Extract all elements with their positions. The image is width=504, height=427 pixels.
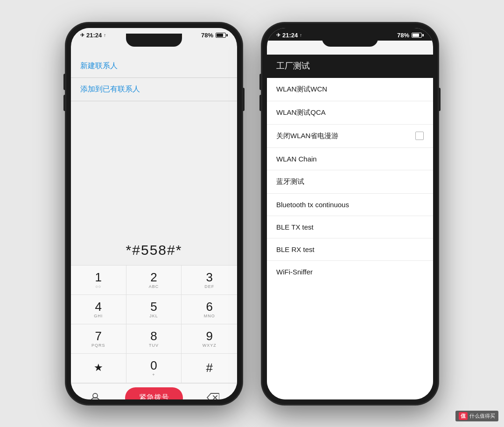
menu-item-ble-tx[interactable]: BLE TX test (267, 216, 433, 238)
left-phone: ✈ 21:24 ↑ 78% 新建联系人 添加到已有联系人 (65, 22, 243, 405)
right-phone: ✈ 21:24 ↑ 78% 工厂测试 WLAN测试WCN (261, 22, 439, 405)
volume-up-button[interactable] (63, 74, 65, 90)
volume-down-button[interactable] (63, 95, 65, 111)
key-9[interactable]: 9 WXYZ (182, 324, 237, 354)
airplane-icon-right: ✈ (276, 32, 280, 38)
factory-test-header: 工厂测试 (267, 55, 433, 78)
upload-icon: ↑ (104, 33, 106, 38)
key-3[interactable]: 3 DEF (182, 266, 237, 295)
emergency-call-button[interactable]: 紧急拨号 (125, 387, 183, 399)
status-left: ✈ 21:24 ↑ (80, 32, 106, 39)
watermark: 值 什么值得买 (455, 411, 498, 421)
watermark-icon: 值 (459, 412, 468, 420)
volume-up-button-right[interactable] (259, 74, 261, 90)
spacer (71, 101, 237, 233)
notch (126, 34, 182, 47)
key-star[interactable]: ★ (71, 354, 126, 383)
add-to-existing-button[interactable]: 添加到已有联系人 (71, 78, 237, 101)
key-6[interactable]: 6 MNO (182, 295, 237, 324)
key-0[interactable]: 0 + (126, 354, 182, 383)
dialer-grid: 1 ○○ 2 ABC 3 DEF 4 GHI 5 JKL (71, 265, 237, 383)
battery-percent-right: 78% (397, 32, 409, 39)
menu-item-wlan-qca[interactable]: WLAN测试QCA (267, 101, 433, 125)
left-phone-screen: ✈ 21:24 ↑ 78% 新建联系人 添加到已有联系人 (71, 28, 237, 399)
power-button[interactable] (243, 88, 245, 111)
status-left-right: ✈ 21:24 ↑ (276, 32, 302, 39)
status-right: 78% (201, 32, 228, 39)
key-7[interactable]: 7 PQRS (71, 324, 126, 354)
airplane-icon: ✈ (80, 32, 84, 38)
menu-item-ble-rx[interactable]: BLE RX test (267, 238, 433, 261)
power-button-right[interactable] (439, 88, 441, 111)
battery-icon-right (412, 33, 424, 38)
notch-right (322, 34, 378, 47)
backspace-icon-button[interactable] (203, 387, 223, 399)
battery-icon (216, 33, 228, 38)
checkbox-close-wlan[interactable] (415, 132, 424, 140)
watermark-text: 什么值得买 (469, 413, 495, 420)
status-right-right: 78% (397, 32, 424, 39)
dialer-display: *#558#* (71, 233, 237, 265)
key-1[interactable]: 1 ○○ (71, 266, 126, 295)
contacts-icon-button[interactable] (85, 387, 105, 399)
menu-list: WLAN测试WCN WLAN测试QCA 关闭WLAN省电漫游 WLAN Chai… (267, 78, 433, 399)
right-phone-screen: ✈ 21:24 ↑ 78% 工厂测试 WLAN测试WCN (267, 28, 433, 399)
key-8[interactable]: 8 TUV (126, 324, 182, 354)
time-display: 21:24 (86, 32, 102, 39)
key-hash[interactable]: # (182, 354, 237, 383)
menu-item-wifi-sniffer[interactable]: WiFi-Sniffer (267, 261, 433, 283)
left-screen-body: 新建联系人 添加到已有联系人 *#558#* 1 ○○ 2 ABC 3 (71, 55, 237, 399)
menu-item-close-wlan[interactable]: 关闭WLAN省电漫游 (267, 125, 433, 148)
key-4[interactable]: 4 GHI (71, 295, 126, 324)
new-contact-button[interactable]: 新建联系人 (71, 55, 237, 77)
menu-item-wlan-wcn[interactable]: WLAN测试WCN (267, 78, 433, 101)
key-5[interactable]: 5 JKL (126, 295, 182, 324)
menu-item-wlan-chain[interactable]: WLAN Chain (267, 148, 433, 170)
time-display-right: 21:24 (282, 32, 298, 39)
upload-icon-right: ↑ (300, 33, 302, 38)
battery-percent: 78% (201, 32, 213, 39)
dialer-bottom-bar: 紧急拨号 (71, 383, 237, 399)
menu-item-bluetooth-tx-continuous[interactable]: Bluetooth tx continuous (267, 194, 433, 216)
key-2[interactable]: 2 ABC (126, 266, 182, 295)
right-screen-body: 工厂测试 WLAN测试WCN WLAN测试QCA 关闭WLAN省电漫游 WLAN… (267, 55, 433, 399)
volume-down-button-right[interactable] (259, 95, 261, 111)
menu-item-bluetooth-test[interactable]: 蓝牙测试 (267, 170, 433, 194)
